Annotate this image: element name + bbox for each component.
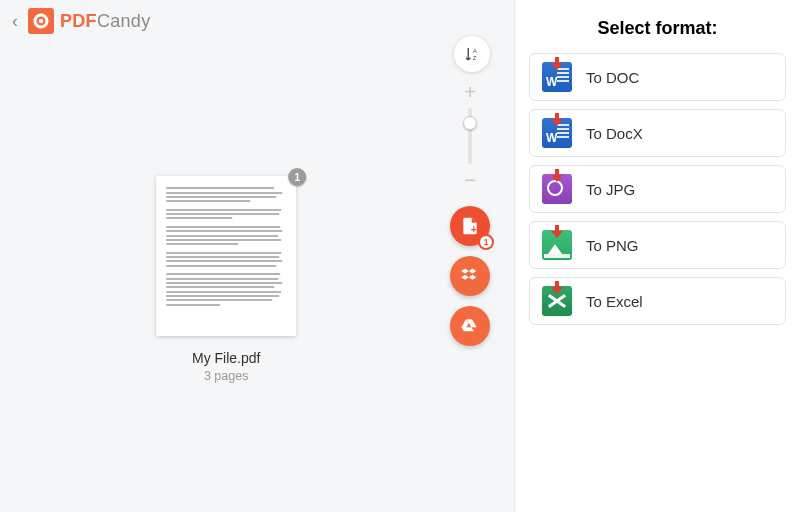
file-name: My File.pdf <box>156 350 296 366</box>
format-option-jpg[interactable]: To JPG <box>529 165 786 213</box>
brand-text-pdf: PDF <box>60 11 97 31</box>
zoom-control: + − <box>460 82 480 190</box>
file-meta: 3 pages <box>156 369 296 383</box>
back-button[interactable]: ‹ <box>12 11 18 32</box>
format-option-doc[interactable]: W To DOC <box>529 53 786 101</box>
page-count-badge: 1 <box>288 168 306 186</box>
format-label: To DocX <box>586 125 643 142</box>
add-file-badge: 1 <box>478 234 494 250</box>
zoom-in-button[interactable]: + <box>464 82 476 102</box>
svg-text:+: + <box>471 224 477 235</box>
workspace-pane: ‹ PDFCandy AZ + − + <box>0 0 515 512</box>
format-option-docx[interactable]: W To DocX <box>529 109 786 157</box>
zoom-slider-thumb[interactable] <box>463 116 477 130</box>
format-label: To PNG <box>586 237 639 254</box>
docx-icon: W <box>542 118 572 148</box>
format-pane: Select format: W To DOC W To DocX To JPG <box>515 0 800 512</box>
format-label: To JPG <box>586 181 635 198</box>
file-thumbnail[interactable]: 1 <box>156 176 296 336</box>
google-drive-button[interactable] <box>450 306 490 346</box>
svg-text:Z: Z <box>473 55 477 61</box>
doc-icon: W <box>542 62 572 92</box>
excel-icon <box>542 286 572 316</box>
brand: PDFCandy <box>28 8 150 34</box>
format-label: To Excel <box>586 293 643 310</box>
dropbox-button[interactable] <box>450 256 490 296</box>
sort-az-button[interactable]: AZ <box>454 36 490 72</box>
png-icon <box>542 230 572 260</box>
svg-text:A: A <box>473 48 477 54</box>
format-pane-title: Select format: <box>529 18 786 39</box>
format-option-png[interactable]: To PNG <box>529 221 786 269</box>
format-option-excel[interactable]: To Excel <box>529 277 786 325</box>
brand-text-candy: Candy <box>97 11 151 31</box>
brand-logo-icon <box>28 8 54 34</box>
add-file-button[interactable]: + 1 <box>450 206 490 246</box>
zoom-out-button[interactable]: − <box>464 170 476 190</box>
zoom-slider[interactable] <box>468 108 472 164</box>
jpg-icon <box>542 174 572 204</box>
format-label: To DOC <box>586 69 639 86</box>
